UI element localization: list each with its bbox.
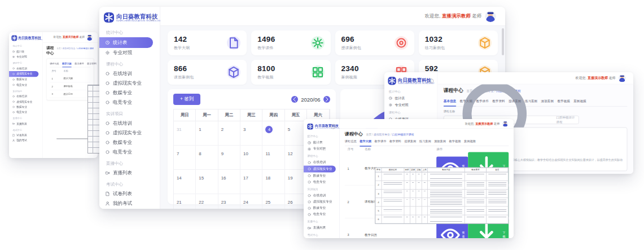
tab[interactable]: 教学大纲: [360, 139, 371, 143]
sidebar-item[interactable]: 试卷列表: [9, 133, 42, 138]
calendar-day-cell[interactable]: 1: [196, 121, 218, 146]
calendar-day-cell[interactable]: 11: [262, 146, 284, 170]
calendar-day-cell[interactable]: 3: [240, 121, 262, 146]
tab[interactable]: 测验案例: [434, 139, 446, 143]
tab[interactable]: 课程信息: [50, 62, 59, 65]
sidebar-item[interactable]: 统计表: [99, 37, 153, 48]
calendar-day-cell[interactable]: 4: [262, 121, 284, 146]
tab[interactable]: 教学大纲: [62, 62, 72, 65]
calendar-day-cell[interactable]: 17: [240, 170, 262, 194]
sidebar-item[interactable]: 在线培训: [304, 159, 339, 165]
sidebar-item[interactable]: 虚拟现实专业: [99, 78, 160, 88]
calendar-day-cell[interactable]: 16: [218, 170, 240, 194]
sidebar-item[interactable]: 专业对照: [384, 102, 437, 108]
sidebar-item[interactable]: 数媒专业: [304, 205, 339, 211]
tab[interactable]: 测验案例: [541, 99, 554, 103]
calendar-day-cell[interactable]: 8: [196, 146, 218, 170]
breadcrumb-major[interactable]: 虚拟现实专业: [374, 133, 390, 136]
calendar-day-cell[interactable]: 24: [240, 194, 262, 209]
sidebar-item[interactable]: 统计表: [9, 49, 42, 54]
sidebar-item[interactable]: 我的考试: [99, 199, 160, 208]
calendar-day-cell[interactable]: 10: [240, 146, 262, 170]
sidebar-item[interactable]: 电竞专业: [9, 82, 42, 87]
tab[interactable]: 教学课件: [476, 99, 488, 103]
sidebar-item[interactable]: 电竞专业: [99, 147, 160, 157]
sidebar-item[interactable]: 数媒专业: [99, 88, 160, 98]
sidebar-item[interactable]: 数媒专业: [99, 138, 160, 147]
tab[interactable]: 基本信息: [444, 99, 456, 103]
sidebar-item[interactable]: 在线培训: [9, 66, 42, 71]
sidebar-item[interactable]: 在线培训: [304, 192, 339, 199]
sidebar-item-icon: [12, 100, 15, 103]
tab[interactable]: 教学资料: [492, 99, 505, 103]
sidebar-item[interactable]: 在线培训: [9, 94, 42, 99]
vertical-scrollbar[interactable]: [502, 28, 504, 55]
tab[interactable]: 教学课件: [375, 139, 387, 143]
tab[interactable]: 教学视频: [557, 99, 569, 103]
sidebar-item[interactable]: 在线培训: [99, 69, 160, 78]
sidebar-section-title: 考试中心: [99, 178, 160, 189]
collapse-icon[interactable]: [428, 78, 433, 84]
sidebar-item[interactable]: 电竞专业: [9, 109, 42, 115]
sidebar-item[interactable]: 虚拟现实专业: [304, 165, 336, 172]
calendar-day-cell[interactable]: 18: [262, 170, 284, 194]
calendar-day-cell[interactable]: 2: [218, 121, 240, 146]
sidebar-item[interactable]: 统计表: [304, 139, 339, 146]
breadcrumb-home[interactable]: 首页: [56, 47, 60, 49]
calendar-day-cell[interactable]: 23: [218, 194, 240, 209]
sidebar-section-title: 直播中心: [99, 157, 160, 168]
sidebar-item[interactable]: 电竞专业: [304, 211, 339, 217]
tab[interactable]: 教学资料: [87, 62, 97, 65]
signin-button[interactable]: + 签到: [173, 94, 200, 105]
breadcrumb-home[interactable]: 首页: [366, 133, 371, 136]
tab[interactable]: 教学大纲: [460, 99, 472, 103]
collapse-icon[interactable]: [149, 15, 155, 21]
table-row: 3 教学日历 查看 下载: [50, 90, 90, 98]
sidebar-item[interactable]: 专业对照: [304, 146, 339, 152]
sidebar-item[interactable]: 统计表: [384, 95, 437, 102]
sidebar-item[interactable]: 在线培训: [99, 119, 160, 128]
sidebar-item[interactable]: 电竞专业: [304, 179, 339, 185]
tab[interactable]: 授课案例: [404, 139, 416, 143]
view-button[interactable]: 查看: [436, 223, 468, 238]
calendar-day-cell[interactable]: 9: [218, 146, 240, 170]
calendar-day-cell[interactable]: 21: [174, 194, 196, 209]
calendar-day-cell[interactable]: 22: [196, 194, 218, 209]
sidebar-item[interactable]: 电竞专业: [99, 98, 160, 107]
sidebar-item[interactable]: 数媒专业: [9, 77, 42, 82]
tab[interactable]: 练习案例: [525, 99, 537, 103]
sidebar-item[interactable]: 虚拟现实专业: [99, 128, 160, 138]
sidebar-item[interactable]: 虚拟现实专业: [9, 99, 42, 104]
syllabus-header-cell: 教学内容: [428, 168, 465, 172]
calendar-day-cell[interactable]: 15: [196, 170, 218, 194]
sidebar-item[interactable]: 虚拟现实专业: [9, 71, 38, 77]
calendar-day-cell[interactable]: 25: [262, 194, 284, 209]
sidebar-item[interactable]: 直播列表: [99, 168, 160, 178]
tab[interactable]: 授课案例: [509, 99, 521, 103]
collapse-icon[interactable]: [36, 36, 40, 40]
calendar-day-cell[interactable]: 14: [174, 170, 196, 194]
sidebar-item[interactable]: 虚拟现实专业: [304, 199, 339, 205]
sidebar-item[interactable]: 数媒专业: [304, 172, 339, 178]
tab[interactable]: 教学资料: [389, 139, 401, 143]
sidebar-item[interactable]: 专业对照: [99, 48, 160, 58]
sidebar-item[interactable]: 专业对照: [9, 54, 42, 59]
sidebar-item[interactable]: 我的考试: [9, 138, 42, 143]
tab[interactable]: 教学课件: [75, 62, 84, 65]
course-tabs: 课程信息教学大纲教学课件教学资料授课案例练习案例测验案例教学视频案例视频: [345, 137, 509, 146]
tab[interactable]: 练习案例: [419, 139, 431, 143]
prev-month-button[interactable]: [291, 96, 298, 103]
tab[interactable]: 教学视频: [449, 139, 461, 143]
breadcrumb-major[interactable]: 虚拟现实专业: [63, 47, 75, 49]
calendar-day-cell[interactable]: 31: [174, 121, 196, 146]
sidebar-item[interactable]: 直播列表: [9, 121, 42, 126]
sidebar-item[interactable]: 数媒专业: [9, 104, 42, 109]
next-month-button[interactable]: [323, 96, 330, 103]
sidebar-item[interactable]: 直播列表: [304, 225, 339, 231]
tab[interactable]: 课程信息: [345, 139, 357, 143]
tab[interactable]: 案例视频: [464, 139, 476, 143]
collapse-icon[interactable]: [331, 124, 336, 129]
calendar-day-cell[interactable]: 7: [174, 146, 196, 170]
sidebar-item[interactable]: 试卷列表: [99, 189, 160, 199]
tab[interactable]: 案例视频: [573, 99, 586, 103]
